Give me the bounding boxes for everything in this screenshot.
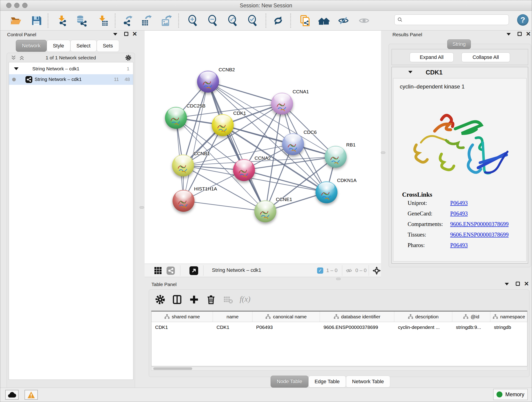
- first-neighbors-icon[interactable]: [318, 15, 330, 27]
- cloud-status-button[interactable]: [5, 390, 19, 400]
- right-splitter-handle[interactable]: [381, 152, 385, 154]
- table-cell[interactable]: P06493: [253, 322, 320, 332]
- expand-all-button[interactable]: Expand All: [410, 52, 454, 62]
- pan-crosshair-icon[interactable]: [372, 266, 381, 275]
- table-cell[interactable]: cyclin-dependent ...: [394, 322, 452, 332]
- save-session-icon[interactable]: [31, 15, 42, 27]
- table-cell[interactable]: 9606.ENSP00000378699: [320, 322, 394, 332]
- function-builder-icon[interactable]: f(x): [240, 295, 250, 305]
- column-header-description[interactable]: description: [394, 312, 452, 322]
- detach-view-icon[interactable]: [190, 266, 198, 275]
- zoom-out-icon[interactable]: [207, 15, 219, 27]
- column-header-name[interactable]: name: [213, 312, 253, 322]
- zoom-fit-content-icon[interactable]: [227, 15, 239, 27]
- table-cell[interactable]: stringdb:9...: [452, 322, 490, 332]
- network-view-canvas[interactable]: CCNB2CCNA1CDC25BCDK1CDC6RB1CCNB1CCNA2CDK…: [145, 31, 381, 264]
- node-CCNA1[interactable]: [271, 93, 293, 115]
- node-CCNB1[interactable]: [172, 154, 194, 177]
- crosslink-value-link[interactable]: P06493: [450, 242, 468, 249]
- zoom-selected-icon[interactable]: [247, 15, 259, 27]
- zoom-in-icon[interactable]: [187, 15, 199, 27]
- node-CCNA2[interactable]: [233, 159, 255, 181]
- crosslink-value-link[interactable]: 9606.ENSP00000378699: [450, 221, 509, 227]
- export-table-icon[interactable]: [140, 15, 152, 27]
- node-CDK1[interactable]: [212, 114, 234, 136]
- search-box[interactable]: [394, 14, 509, 25]
- export-image-icon[interactable]: [160, 15, 172, 27]
- tab-sets[interactable]: Sets: [97, 40, 119, 52]
- collapse-all-button[interactable]: Collapse All: [462, 52, 510, 62]
- control-panel-float-icon[interactable]: [113, 33, 117, 36]
- network-collection-row[interactable]: String Network – cdk1 1: [9, 64, 133, 74]
- table-row[interactable]: CDK1CDK1P064939606.ENSP00000378699cyclin…: [152, 322, 527, 332]
- delete-column-icon[interactable]: [206, 294, 216, 305]
- node-CCNE1[interactable]: [254, 200, 276, 222]
- tab-network-table[interactable]: Network Table: [346, 376, 390, 388]
- scrollbar-thumb[interactable]: [153, 367, 192, 370]
- memory-button[interactable]: Memory: [493, 389, 528, 400]
- table-horizontal-scrollbar[interactable]: [151, 367, 527, 370]
- tab-select[interactable]: Select: [70, 40, 97, 52]
- gene-collapse-icon[interactable]: [408, 71, 412, 73]
- table-cell[interactable]: CDK1: [213, 322, 253, 332]
- delete-table-icon[interactable]: [223, 294, 233, 305]
- apply-layout-icon[interactable]: [272, 15, 284, 27]
- import-network-from-file-icon[interactable]: [56, 15, 68, 27]
- node-CDKN1A[interactable]: [316, 181, 337, 203]
- tab-edge-table[interactable]: Edge Table: [308, 376, 346, 388]
- edge-HIST1H1A-CCNE1[interactable]: [184, 201, 265, 211]
- network-options-gear-icon[interactable]: [125, 55, 132, 61]
- tab-style[interactable]: Style: [47, 40, 70, 52]
- warnings-button[interactable]: [25, 390, 38, 400]
- open-file-icon[interactable]: [10, 15, 22, 27]
- node-CDC25B[interactable]: [165, 107, 187, 129]
- crosslink-value-link[interactable]: P06493: [450, 211, 468, 217]
- selected-checkbox-icon[interactable]: ✓: [317, 268, 323, 274]
- create-column-icon[interactable]: [189, 294, 199, 305]
- network-overview-icon[interactable]: [167, 267, 175, 275]
- hide-selected-icon[interactable]: [337, 15, 349, 27]
- left-splitter-handle[interactable]: [139, 206, 144, 209]
- edge-CCNB2-CDKN1A[interactable]: [208, 82, 326, 192]
- column-header-id[interactable]: @id: [452, 312, 490, 322]
- table-cell[interactable]: CDK1: [152, 322, 213, 332]
- node-RB1[interactable]: [325, 146, 347, 168]
- edge-CCNB2-CCNA1[interactable]: [208, 82, 282, 104]
- column-header-namespace[interactable]: namespace: [490, 312, 528, 322]
- import-network-from-database-icon[interactable]: [76, 15, 88, 27]
- gene-section-header[interactable]: CDK1: [392, 67, 528, 78]
- bottom-splitter-handle[interactable]: [336, 278, 341, 280]
- results-panel-float-icon[interactable]: [507, 33, 511, 36]
- tab-network[interactable]: Network: [16, 40, 47, 52]
- tab-node-table[interactable]: Node Table: [271, 376, 308, 388]
- node-CDC6[interactable]: [282, 133, 304, 155]
- control-panel-maximize-icon[interactable]: [124, 32, 128, 36]
- table-cell[interactable]: stringdb: [490, 322, 528, 332]
- tab-string[interactable]: String: [447, 39, 471, 49]
- network-row[interactable]: String Network – cdk1 11 48: [9, 74, 133, 85]
- node-CCNB2[interactable]: [197, 70, 219, 93]
- table-panel-close-icon[interactable]: ✕: [524, 282, 529, 286]
- edge-CCNB2-HIST1H1A[interactable]: [184, 82, 208, 201]
- crosslink-value-link[interactable]: 9606.ENSP00000378699: [450, 231, 509, 238]
- results-panel-maximize-icon[interactable]: [518, 32, 522, 36]
- collection-expand-icon[interactable]: [14, 67, 19, 70]
- search-input[interactable]: [405, 17, 506, 22]
- birdseye-grid-icon[interactable]: [154, 267, 162, 274]
- export-network-icon[interactable]: [121, 15, 133, 27]
- control-panel-close-icon[interactable]: ✕: [132, 32, 137, 36]
- table-panel-maximize-icon[interactable]: [516, 282, 520, 286]
- column-header-database-identifier[interactable]: database identifier: [320, 312, 394, 322]
- show-all-icon[interactable]: [358, 15, 370, 27]
- column-header-canonical-name[interactable]: canonical name: [253, 312, 320, 322]
- crosslink-value-link[interactable]: P06493: [450, 200, 468, 206]
- clone-network-icon[interactable]: [299, 15, 311, 27]
- help-icon[interactable]: ?: [517, 14, 529, 26]
- show-columns-icon[interactable]: [172, 294, 182, 305]
- node-HIST1H1A[interactable]: [172, 190, 195, 212]
- results-panel-close-icon[interactable]: ✕: [526, 32, 531, 36]
- import-table-from-file-icon[interactable]: [97, 15, 109, 27]
- table-panel-float-icon[interactable]: [505, 283, 509, 285]
- table-options-gear-icon[interactable]: [155, 294, 165, 305]
- column-header-shared-name[interactable]: shared name: [152, 312, 213, 322]
